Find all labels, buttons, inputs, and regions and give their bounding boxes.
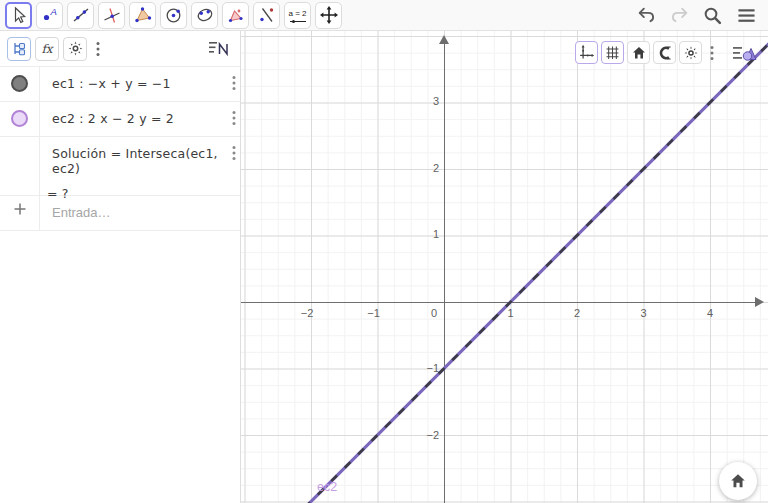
default-view-button[interactable]: [627, 41, 650, 64]
gear-icon: [683, 45, 699, 61]
polygon-icon: [133, 5, 153, 25]
y-tick: −2: [425, 429, 439, 441]
x-tick: −1: [367, 307, 380, 319]
magnet-icon: [657, 45, 673, 61]
point-label: A: [49, 6, 56, 17]
x-tick: 3: [640, 307, 646, 319]
add-input-button[interactable]: [0, 196, 40, 230]
kebab-icon: [232, 75, 236, 91]
kebab-icon: [232, 110, 236, 126]
cursor-icon: [9, 5, 29, 25]
toggle-grid-button[interactable]: [601, 41, 624, 64]
y-tick: 3: [425, 95, 439, 107]
tool-ellipse-button[interactable]: [191, 2, 218, 29]
ellipse-icon: [195, 5, 215, 25]
toggle-axes-button[interactable]: [575, 41, 598, 64]
solucion-more-button[interactable]: [232, 145, 236, 164]
grid-icon: [604, 44, 621, 61]
tool-point-button[interactable]: A: [36, 2, 63, 29]
tool-perpendicular-line-button[interactable]: [98, 2, 125, 29]
algebra-sort-button[interactable]: [207, 37, 231, 62]
tool-slider-button[interactable]: a = 2: [284, 2, 311, 29]
hamburger-menu-icon: [735, 4, 758, 27]
plus-icon: [13, 202, 27, 216]
algebra-panel: fx: [0, 31, 241, 503]
circle-icon: [164, 5, 184, 25]
algebra-tree-icon: [11, 40, 28, 57]
kebab-icon: [232, 145, 236, 161]
line-icon: [71, 5, 91, 25]
ec2-more-button[interactable]: [232, 110, 236, 129]
search-button[interactable]: [702, 5, 723, 26]
tool-circle-button[interactable]: [160, 2, 187, 29]
ec2-equation[interactable]: ec2 : 2 x − 2 y = 2: [52, 111, 174, 126]
algebra-row-ec2[interactable]: ec2 : 2 x − 2 y = 2: [0, 102, 240, 137]
ec2-visibility-dot[interactable]: [11, 110, 28, 127]
y-tick: 1: [425, 228, 439, 240]
menu-button[interactable]: [735, 4, 758, 27]
algebra-row-solucion[interactable]: Solución = Interseca(ec1, ec2) = ?: [0, 137, 240, 196]
slider-icon-label: a = 2: [288, 9, 306, 18]
x-tick-zero: 0: [431, 307, 437, 319]
ec1-equation[interactable]: ec1 : −x + y = −1: [52, 76, 171, 91]
angle-icon: [226, 5, 246, 25]
graphics-settings-button[interactable]: [679, 41, 702, 64]
snap-to-grid-button[interactable]: [653, 41, 676, 64]
ec1-visibility-dot[interactable]: [11, 75, 28, 92]
style-panel-toggle-button[interactable]: [731, 41, 759, 64]
ec2-marker-cell: [0, 102, 40, 136]
x-tick: 2: [574, 307, 580, 319]
tool-line-button[interactable]: [67, 2, 94, 29]
algebra-input-field[interactable]: Entrada…: [52, 205, 111, 220]
line-label-ec2[interactable]: ec2: [317, 480, 337, 494]
zoom-home-button[interactable]: [719, 462, 757, 500]
tool-move-button[interactable]: [5, 2, 32, 29]
tool-move-graphics-button[interactable]: [315, 2, 342, 29]
solucion-marker-cell: [0, 137, 40, 195]
line-ec1[interactable]: [291, 42, 768, 503]
algebra-row-ec1[interactable]: ec1 : −x + y = −1: [0, 67, 240, 102]
algebra-tree-button[interactable]: [7, 37, 31, 61]
graphics-stylebar: [575, 41, 759, 64]
main-toolbar: A: [0, 0, 768, 31]
home-icon: [729, 472, 747, 490]
tool-angle-button[interactable]: [222, 2, 249, 29]
plot-canvas: [241, 31, 768, 503]
gear-icon: [67, 40, 84, 57]
algebra-input-row[interactable]: Entrada…: [0, 196, 240, 231]
undo-button[interactable]: [636, 5, 657, 26]
kebab-icon: [96, 41, 100, 57]
x-tick: 1: [507, 307, 513, 319]
axes-icon: [578, 44, 595, 61]
y-tick: 2: [425, 162, 439, 174]
slider-icon-track: [290, 18, 306, 22]
tool-polygon-button[interactable]: [129, 2, 156, 29]
perpendicular-line-icon: [102, 5, 122, 25]
ec1-marker-cell: [0, 67, 40, 101]
line-ec2[interactable]: [291, 42, 768, 503]
undo-icon: [636, 5, 657, 26]
ec1-more-button[interactable]: [232, 75, 236, 94]
algebra-settings-button[interactable]: [63, 37, 87, 61]
solucion-definition[interactable]: Solución = Interseca(ec1, ec2): [52, 146, 236, 176]
x-tick: −2: [301, 307, 314, 319]
graphics-view[interactable]: ec2 −2 −1 0 1 2 3 4 3 2 1 −1 −2: [241, 31, 768, 503]
kebab-icon: [710, 45, 714, 61]
ec1-body: ec1 : −x + y = −1: [40, 67, 240, 101]
solucion-body: Solución = Interseca(ec1, ec2) = ?: [40, 137, 240, 195]
x-tick: 4: [707, 307, 713, 319]
move-graphics-view-icon: [319, 5, 339, 25]
sort-icon: [207, 37, 231, 59]
tool-reflect-button[interactable]: [253, 2, 280, 29]
redo-button[interactable]: [669, 5, 690, 26]
graphics-more-button[interactable]: [705, 41, 719, 64]
style-panel-icon: [732, 43, 758, 63]
algebra-more-button[interactable]: [91, 41, 105, 57]
reflect-about-line-icon: [257, 5, 277, 25]
input-body: Entrada…: [40, 196, 240, 230]
y-tick: −1: [425, 362, 439, 374]
fx-view-button[interactable]: fx: [35, 37, 59, 61]
toolbar-right-group: [636, 0, 758, 31]
geogebra-app: A: [0, 0, 768, 503]
slider-icon: a = 2: [288, 9, 308, 22]
